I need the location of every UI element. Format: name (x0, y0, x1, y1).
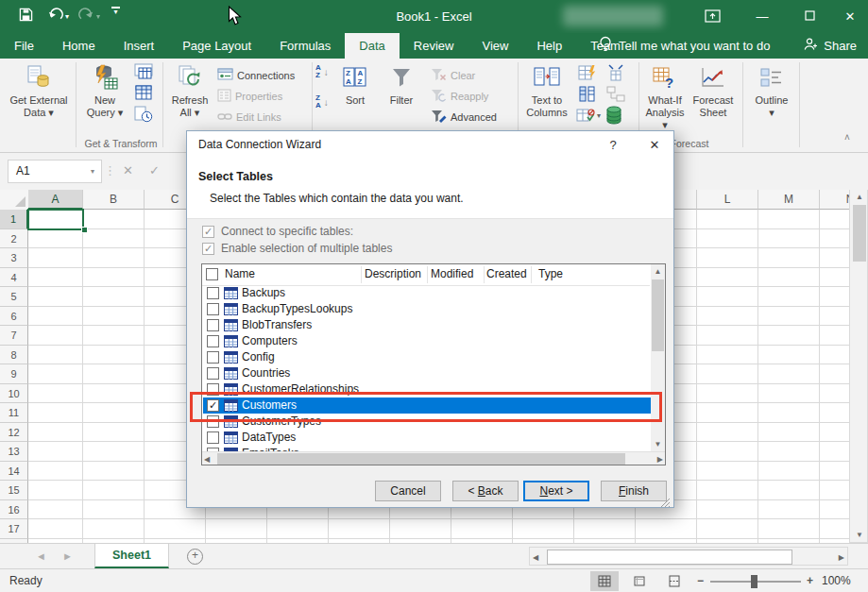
dialog-close-button[interactable]: ✕ (640, 131, 669, 159)
recent-sources-button[interactable] (134, 106, 153, 127)
zoom-in-button[interactable]: + (807, 569, 813, 592)
tab-insert[interactable]: Insert (110, 33, 169, 59)
share-button[interactable]: Share (803, 33, 857, 59)
zoom-slider-thumb[interactable] (751, 575, 757, 588)
scroll-down-icon[interactable]: ▼ (850, 531, 868, 539)
back-button[interactable]: < Back (452, 481, 519, 501)
list-scroll-left-icon[interactable]: ◀ (204, 455, 210, 464)
table-row-countries[interactable]: Countries (203, 365, 651, 381)
tab-file[interactable]: File (0, 33, 48, 59)
scroll-up-icon[interactable]: ▲ (850, 193, 868, 201)
text-to-columns-button[interactable]: Text to Columns (519, 62, 574, 119)
from-table-button[interactable] (134, 85, 153, 105)
list-column-header-description[interactable]: Description (365, 267, 421, 280)
tab-page-layout[interactable]: Page Layout (168, 33, 265, 59)
new-sheet-button[interactable]: + (187, 549, 203, 565)
list-column-header-created[interactable]: Created (486, 267, 527, 280)
properties-button[interactable]: Properties (217, 87, 282, 106)
row-header-1[interactable]: 1 (0, 210, 28, 229)
tab-home[interactable]: Home (48, 33, 110, 59)
row-header-4[interactable]: 4 (0, 268, 28, 288)
table-row-config[interactable]: Config (203, 349, 651, 365)
active-cell-a1[interactable] (27, 209, 84, 230)
edit-links-button[interactable]: Edit Links (217, 108, 281, 127)
show-queries-button[interactable] (134, 63, 153, 84)
column-header-A[interactable]: A (28, 189, 83, 210)
enable-multiple-tables-checkbox[interactable]: ✓ Enable selection of multiple tables (202, 242, 392, 255)
list-column-header-type[interactable]: Type (538, 267, 563, 280)
confirm-entry-button[interactable]: ✓ (149, 160, 160, 181)
next-button[interactable]: Next > (523, 481, 589, 501)
table-row-datatypes[interactable]: DataTypes (203, 430, 651, 446)
sheet-nav-right-icon[interactable]: ► (62, 550, 73, 562)
horizontal-scrollbar[interactable]: ◀ ▶ (529, 547, 848, 566)
row-header-14[interactable]: 14 (0, 462, 28, 482)
row-header-2[interactable]: 2 (0, 229, 28, 249)
row-checkbox[interactable] (207, 335, 219, 347)
row-header-7[interactable]: 7 (0, 326, 28, 346)
scroll-right-icon[interactable]: ▶ (839, 553, 844, 562)
vertical-scroll-thumb[interactable] (853, 205, 866, 262)
finish-button[interactable]: Finish (601, 481, 667, 501)
collapse-ribbon-button[interactable]: ˄ (844, 132, 850, 143)
name-box[interactable]: A1 ▾ (8, 160, 102, 183)
row-header-17[interactable]: 17 (0, 519, 28, 539)
tab-help[interactable]: Help (522, 33, 576, 59)
reapply-button[interactable]: Reapply (431, 87, 488, 106)
row-checkbox[interactable] (207, 303, 219, 315)
select-all-checkbox[interactable] (206, 268, 218, 280)
row-header-15[interactable]: 15 (0, 481, 28, 500)
row-checkbox[interactable] (207, 367, 219, 380)
row-checkbox[interactable] (207, 351, 219, 364)
sort-button[interactable]: ZAAZ Sort (334, 62, 376, 107)
table-row-backuptypeslookups[interactable]: BackupTypesLookups (203, 301, 651, 317)
list-horizontal-scrollbar[interactable]: ◀ ▶ (202, 451, 665, 465)
list-scroll-down-icon[interactable]: ▼ (651, 440, 665, 448)
minimize-button[interactable]: — (746, 0, 778, 33)
row-checkbox[interactable] (207, 319, 219, 331)
row-header-6[interactable]: 6 (0, 307, 28, 327)
list-column-header-name[interactable]: Name (225, 267, 255, 280)
relationships-button[interactable] (606, 86, 625, 106)
advanced-filter-button[interactable]: Advanced (431, 108, 497, 127)
row-header-13[interactable]: 13 (0, 442, 28, 462)
maximize-button[interactable] (793, 0, 825, 33)
zoom-level[interactable]: 100% (822, 569, 851, 592)
cancel-button[interactable]: Cancel (375, 481, 441, 501)
sheet-nav-left-icon[interactable]: ◄ (36, 550, 46, 562)
sort-za-button[interactable]: ZA↓ (315, 94, 329, 110)
sheet-tab-sheet1[interactable]: Sheet1 (94, 544, 169, 568)
scroll-left-icon[interactable]: ◀ (533, 553, 538, 562)
table-row-blobtransfers[interactable]: BlobTransfers (203, 317, 651, 333)
page-layout-view-button[interactable] (625, 571, 654, 591)
column-header-L[interactable]: L (697, 189, 758, 210)
horizontal-scroll-thumb[interactable] (547, 550, 792, 565)
tab-review[interactable]: Review (400, 33, 468, 59)
outline-button[interactable]: Outline ▾ (748, 62, 795, 119)
row-header-9[interactable]: 9 (0, 364, 28, 384)
flash-fill-button[interactable] (578, 64, 597, 85)
row-header-12[interactable]: 12 (0, 423, 28, 443)
list-vertical-scrollbar[interactable]: ▲ ▼ (651, 264, 665, 451)
row-header-16[interactable]: 16 (0, 500, 28, 520)
fill-handle[interactable] (81, 227, 88, 233)
refresh-all-button[interactable]: Refresh All ▾ (166, 62, 213, 119)
list-scroll-right-icon[interactable]: ▶ (657, 455, 663, 464)
list-vertical-scroll-thumb[interactable] (652, 279, 664, 351)
name-box-dropdown-icon[interactable]: ▾ (91, 161, 94, 182)
consolidate-button[interactable] (606, 64, 625, 85)
tables-list[interactable]: NameDescriptionModifiedCreatedType Backu… (201, 263, 666, 465)
normal-view-button[interactable] (590, 571, 619, 591)
resize-grip[interactable] (659, 495, 671, 512)
dialog-title-bar[interactable]: Data Connection Wizard ? ✕ (187, 131, 673, 159)
filter-button[interactable]: Filter (378, 62, 425, 107)
connections-button[interactable]: Connections (217, 66, 295, 85)
tab-formulas[interactable]: Formulas (265, 33, 345, 59)
forecast-sheet-button[interactable]: Forecast Sheet (688, 62, 739, 119)
close-button[interactable]: ✕ (834, 0, 866, 33)
select-all-corner[interactable] (0, 189, 29, 211)
zoom-out-button[interactable]: − (697, 569, 704, 592)
row-header-8[interactable]: 8 (0, 346, 28, 365)
table-row-backups[interactable]: Backups (203, 285, 651, 301)
manage-data-model-button[interactable] (604, 106, 623, 128)
